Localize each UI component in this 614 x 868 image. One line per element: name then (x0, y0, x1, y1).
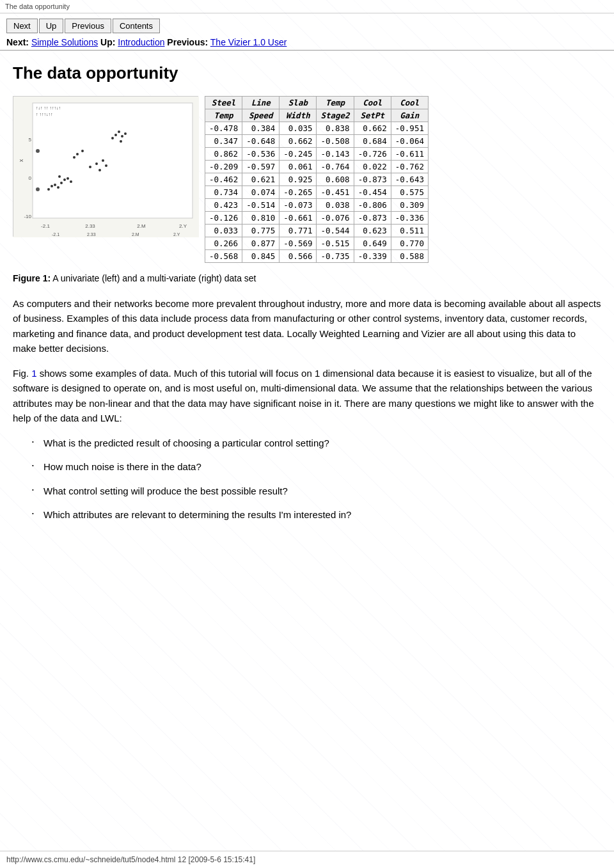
table-cell: -0.451 (317, 186, 354, 199)
svg-point-35 (36, 149, 40, 153)
table-cell: -0.209 (205, 161, 242, 173)
figure-caption: Figure 1: A univariate (left) and a mult… (13, 273, 601, 283)
svg-text:2.M: 2.M (132, 232, 139, 237)
svg-text:2.M: 2.M (137, 223, 146, 229)
svg-text:2.Y: 2.Y (173, 232, 180, 237)
table-cell: 0.022 (354, 161, 391, 173)
svg-point-10 (114, 134, 117, 136)
table-col-header1: Line (242, 97, 279, 109)
table-cell: -0.735 (317, 250, 354, 263)
para2-before: Fig. (13, 368, 31, 379)
page-title-bar: The data opportunity (0, 0, 614, 13)
table-row: 0.347-0.6480.662-0.5080.684-0.064 (205, 135, 429, 148)
svg-rect-1 (33, 103, 193, 218)
table-row: -0.209-0.5970.061-0.7640.022-0.762 (205, 161, 429, 173)
table-col-header1: Temp (317, 97, 354, 109)
table-cell: 0.925 (279, 173, 317, 186)
table-cell: -0.643 (391, 173, 428, 186)
table-cell: 0.838 (317, 122, 354, 135)
table-cell: -0.265 (279, 186, 317, 199)
table-cell: -0.126 (205, 212, 242, 225)
table-col-header1: Steel (205, 97, 242, 109)
previous-button[interactable]: Previous (65, 19, 111, 33)
table-cell: -0.762 (391, 161, 428, 173)
table-cell: -0.544 (317, 225, 354, 237)
table-cell: -0.339 (354, 250, 391, 263)
svg-text:2.33: 2.33 (87, 232, 96, 237)
svg-point-13 (111, 137, 114, 139)
breadcrumb: Next: Simple Solutions Up: Introduction … (6, 37, 608, 47)
breadcrumb-up-label: Up: (100, 37, 115, 47)
nav-buttons: Next Up Previous Contents (6, 19, 608, 33)
table-body: -0.4780.3840.0350.8380.662-0.9510.347-0.… (205, 122, 429, 263)
svg-text:↑ ↑↑↑↓↑↑: ↑ ↑↑↑↓↑↑ (36, 112, 52, 116)
svg-text:2.Y: 2.Y (179, 223, 187, 229)
svg-point-25 (70, 180, 72, 183)
table-row: -0.5680.8450.566-0.735-0.3390.588 (205, 250, 429, 263)
table-row: -0.4780.3840.0350.8380.662-0.951 (205, 122, 429, 135)
table-cell: -0.568 (205, 250, 242, 263)
next-button[interactable]: Next (6, 19, 38, 33)
table-row: 0.862-0.536-0.245-0.143-0.726-0.611 (205, 148, 429, 161)
table-col-header1: Cool (354, 97, 391, 109)
table-cell: 0.845 (242, 250, 279, 263)
table-row: 0.2660.877-0.569-0.5150.6490.770 (205, 237, 429, 250)
contents-button[interactable]: Contents (113, 19, 160, 33)
table-cell: 0.511 (391, 225, 428, 237)
table-col-header2: Stage2 (317, 109, 354, 122)
svg-point-27 (58, 175, 61, 178)
table-cell: -0.245 (279, 148, 317, 161)
table-cell: 0.575 (391, 186, 428, 199)
table-cell: -0.648 (242, 135, 279, 148)
table-col-header2: Gain (391, 109, 428, 122)
table-header-row1: SteelLineSlabTempCoolCool (205, 97, 429, 109)
svg-point-31 (105, 164, 107, 167)
table-col-header2: Width (279, 109, 317, 122)
breadcrumb-next-label: Next: (6, 37, 29, 47)
svg-point-14 (124, 132, 127, 135)
table-cell: 0.309 (391, 199, 428, 212)
table-cell: 0.621 (242, 173, 279, 186)
table-cell: -0.597 (242, 161, 279, 173)
table-cell: 0.588 (391, 250, 428, 263)
svg-text:-2.1: -2.1 (52, 232, 59, 237)
breadcrumb-up-link[interactable]: Introduction (118, 37, 164, 47)
figure-caption-bold: Figure 1: (13, 273, 51, 283)
list-item: What is the predicted result of choosing… (32, 436, 601, 450)
table-cell: -0.515 (317, 237, 354, 250)
table-cell: 0.734 (205, 186, 242, 199)
table-cell: 0.877 (242, 237, 279, 250)
table-cell: 0.623 (354, 225, 391, 237)
footer-url: http://www.cs.cmu.edu/~schneide/tut5/nod… (6, 855, 255, 864)
svg-point-11 (118, 130, 120, 133)
table-cell: 0.810 (242, 212, 279, 225)
table-cell: -0.462 (205, 173, 242, 186)
svg-point-21 (60, 182, 63, 184)
table-cell: -0.806 (354, 199, 391, 212)
body-paragraph-1: As computers and their networks become m… (13, 296, 601, 356)
table-cell: -0.508 (317, 135, 354, 148)
table-cell: 0.684 (354, 135, 391, 148)
svg-point-23 (54, 184, 56, 186)
table-cell: -0.873 (354, 173, 391, 186)
table-cell: 0.649 (354, 237, 391, 250)
table-col-header1: Slab (279, 97, 317, 109)
table-row: -0.4620.6210.9250.608-0.873-0.643 (205, 173, 429, 186)
list-item: Which attributes are relevant to determi… (32, 507, 601, 522)
breadcrumb-next-link[interactable]: Simple Solutions (31, 37, 98, 47)
svg-point-26 (57, 186, 59, 189)
up-button[interactable]: Up (39, 19, 64, 33)
breadcrumb-prev-link[interactable]: The Vizier 1.0 User (210, 37, 287, 47)
table-cell: 0.566 (279, 250, 317, 263)
svg-text:↑↓↑ ↑↑ ↑↑↑↓↑: ↑↓↑ ↑↑ ↑↑↑↓↑ (36, 106, 61, 110)
table-cell: -0.611 (391, 148, 428, 161)
svg-point-12 (121, 135, 123, 138)
table-row: 0.7340.074-0.265-0.451-0.4540.575 (205, 186, 429, 199)
table-col-header2: SetPt (354, 109, 391, 122)
svg-point-19 (63, 178, 66, 181)
fig1-link[interactable]: 1 (31, 368, 36, 379)
svg-point-29 (95, 162, 98, 165)
table-cell: 0.038 (317, 199, 354, 212)
table-cell: -0.143 (317, 148, 354, 161)
svg-point-20 (51, 185, 53, 187)
